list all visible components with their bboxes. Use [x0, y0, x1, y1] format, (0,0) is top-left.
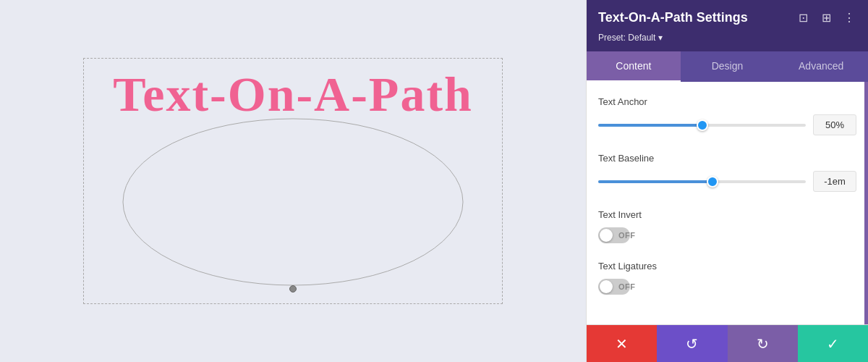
text-baseline-thumb[interactable]: [707, 176, 718, 188]
cancel-button[interactable]: ✕: [587, 325, 657, 362]
text-anchor-setting: Text Anchor 50%: [598, 96, 856, 135]
confirm-button[interactable]: ✓: [798, 325, 868, 362]
tab-advanced[interactable]: Advanced: [774, 51, 868, 82]
redo-button[interactable]: ↻: [728, 325, 798, 362]
path-ellipse: [119, 115, 467, 289]
text-baseline-slider-row: -1em: [598, 171, 856, 192]
canvas-area: Text-On-A-Path: [0, 0, 586, 362]
text-ligatures-label: Text Ligatures: [598, 261, 856, 272]
preset-row[interactable]: Preset: Default ▾: [598, 33, 856, 43]
more-options-icon[interactable]: ⋮: [842, 11, 856, 25]
text-anchor-track: [598, 124, 806, 127]
text-baseline-slider-container: [598, 174, 806, 189]
text-anchor-value[interactable]: 50%: [813, 114, 856, 135]
tab-design[interactable]: Design: [681, 51, 775, 82]
svg-point-0: [123, 119, 463, 285]
preset-arrow: ▾: [658, 33, 663, 43]
text-baseline-value[interactable]: -1em: [813, 171, 856, 192]
text-invert-off-label: OFF: [618, 231, 636, 240]
text-invert-toggle[interactable]: OFF: [598, 227, 630, 243]
tab-content[interactable]: Content: [587, 51, 681, 82]
accent-bar: [864, 82, 868, 324]
expand-icon[interactable]: ⊡: [796, 11, 810, 25]
text-baseline-fill: [598, 180, 712, 183]
path-handle[interactable]: [289, 285, 297, 292]
preset-label: Preset: Default: [598, 33, 655, 43]
text-anchor-thumb[interactable]: [697, 119, 708, 131]
text-baseline-setting: Text Baseline -1em: [598, 153, 856, 192]
text-invert-setting: Text Invert OFF: [598, 209, 856, 243]
reset-icon: ↺: [686, 335, 698, 353]
panel-body: Text Anchor 50% Text Baseline: [587, 82, 868, 324]
canvas-content: Text-On-A-Path: [83, 58, 503, 304]
text-ligatures-off-label: OFF: [618, 282, 636, 291]
text-anchor-label: Text Anchor: [598, 96, 856, 107]
text-anchor-slider-row: 50%: [598, 114, 856, 135]
settings-panel: Text-On-A-Path Settings ⊡ ⊞ ⋮ Preset: De…: [586, 0, 868, 362]
text-anchor-fill: [598, 124, 702, 127]
cancel-icon: ✕: [616, 335, 628, 353]
redo-icon: ↻: [757, 335, 769, 353]
panel-title: Text-On-A-Path Settings: [598, 10, 748, 25]
text-baseline-track: [598, 180, 806, 183]
text-ligatures-setting: Text Ligatures OFF: [598, 261, 856, 295]
split-icon[interactable]: ⊞: [819, 11, 833, 25]
text-invert-toggle-row: OFF: [598, 227, 856, 243]
text-ligatures-toggle[interactable]: OFF: [598, 279, 630, 295]
panel-title-row: Text-On-A-Path Settings ⊡ ⊞ ⋮: [598, 10, 856, 25]
text-ligatures-toggle-row: OFF: [598, 279, 856, 295]
text-anchor-slider-container: [598, 118, 806, 132]
confirm-icon: ✓: [827, 335, 839, 353]
reset-button[interactable]: ↺: [657, 325, 727, 362]
text-invert-knob: [600, 229, 613, 242]
text-ligatures-knob: [600, 280, 613, 293]
text-baseline-label: Text Baseline: [598, 153, 856, 164]
panel-header: Text-On-A-Path Settings ⊡ ⊞ ⋮ Preset: De…: [587, 0, 868, 51]
bottom-toolbar: ✕ ↺ ↻ ✓: [587, 324, 868, 362]
tabs-bar: Content Design Advanced: [587, 51, 868, 82]
panel-header-icons: ⊡ ⊞ ⋮: [796, 11, 856, 25]
text-invert-label: Text Invert: [598, 209, 856, 220]
